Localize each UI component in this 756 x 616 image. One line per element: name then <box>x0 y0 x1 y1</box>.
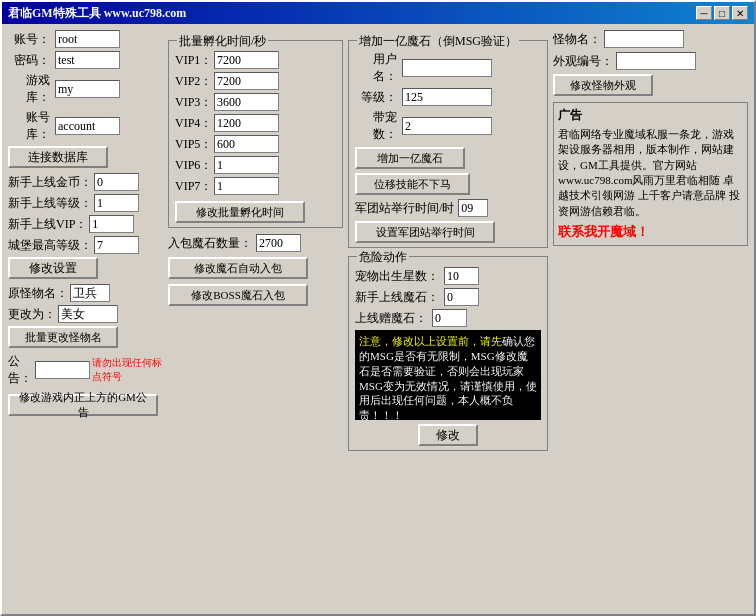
newbie-stone-input[interactable] <box>444 288 479 306</box>
newbie-vip-label: 新手上线VIP： <box>8 216 87 233</box>
add-stone-button[interactable]: 增加一亿魔石 <box>355 147 465 169</box>
window-controls: ─ □ ✕ <box>696 6 748 20</box>
modify-announce-button[interactable]: 修改游戏内正上方的GM公告 <box>8 394 158 416</box>
announce-input[interactable] <box>35 361 90 379</box>
username-input[interactable] <box>402 59 492 77</box>
modify-boss-button[interactable]: 修改BOSS魔石入包 <box>168 284 308 306</box>
pet-star-input[interactable] <box>444 267 479 285</box>
change-to-label: 更改为： <box>8 306 56 323</box>
level-label: 等级： <box>355 89 397 106</box>
announce-label: 公告： <box>8 353 33 387</box>
carry-label: 带宠数： <box>355 109 397 143</box>
maximize-button[interactable]: □ <box>714 6 730 20</box>
modify-danger-button[interactable]: 修改 <box>418 424 478 446</box>
newbie-stone-label: 新手上线魔石： <box>355 289 439 306</box>
far-right-panel: 怪物名： 外观编号： 修改怪物外观 广告 君临网络专业魔域私服一条龙，游戏架设服… <box>553 30 748 608</box>
vip6-input[interactable] <box>214 156 279 174</box>
vip7-label: VIP7： <box>175 178 210 195</box>
monster-original-input[interactable] <box>70 284 110 302</box>
gamedb-label: 游戏库： <box>8 72 50 106</box>
ad-title: 广告 <box>558 107 743 124</box>
username-label: 用户名： <box>355 51 397 85</box>
main-window: 君临GM特殊工具 www.uc798.com ─ □ ✕ 账号： 密码： 游戏库… <box>0 0 756 616</box>
army-time-label: 军团站举行时间/时 <box>355 200 454 217</box>
vip6-label: VIP6： <box>175 157 210 174</box>
minimize-button[interactable]: ─ <box>696 6 712 20</box>
modify-settings-button[interactable]: 修改设置 <box>8 257 98 279</box>
vip2-input[interactable] <box>214 72 279 90</box>
appearance-input[interactable] <box>616 52 696 70</box>
vip4-label: VIP4： <box>175 115 210 132</box>
vip4-input[interactable] <box>214 114 279 132</box>
newbie-level-label: 新手上线等级： <box>8 195 92 212</box>
warning-text: 注意，修改以上设置前，请先确认您的MSG是否有无限制，MSG修改魔石是否需要验证… <box>359 335 537 420</box>
backpack-input[interactable] <box>256 234 301 252</box>
ad-link[interactable]: 联系我开魔域！ <box>558 223 743 241</box>
ad-text: 君临网络专业魔域私服一条龙，游戏架设服务器相用，版本制作，网站建设，GM工具提供… <box>558 127 743 219</box>
move-skill-button[interactable]: 位移技能不下马 <box>355 173 470 195</box>
monster-name-input[interactable] <box>604 30 684 48</box>
modify-appearance-button[interactable]: 修改怪物外观 <box>553 74 653 96</box>
online-gift-label: 上线赠魔石： <box>355 310 427 327</box>
left-panel: 账号： 密码： 游戏库： 账号库： 连接数据库 新手上线金币： <box>8 30 163 608</box>
warning-box: 注意，修改以上设置前，请先确认您的MSG是否有无限制，MSG修改魔石是否需要验证… <box>355 330 541 420</box>
newbie-gold-input[interactable] <box>94 173 139 191</box>
vip3-label: VIP3： <box>175 94 210 111</box>
danger-title: 危险动作 <box>357 249 409 266</box>
right-center-panel: 增加一亿魔石（倒MSG验证） 用户名： 等级： 带宠数： 增加一亿魔石 <box>348 30 548 608</box>
close-button[interactable]: ✕ <box>732 6 748 20</box>
modify-auto-button[interactable]: 修改魔石自动入包 <box>168 257 308 279</box>
change-to-input[interactable] <box>58 305 118 323</box>
pet-star-label: 宠物出生星数： <box>355 268 439 285</box>
batch-hatch-title: 批量孵化时间/秒 <box>177 33 268 50</box>
vip5-label: VIP5： <box>175 136 210 153</box>
password-label: 密码： <box>8 52 50 69</box>
gamedb-input[interactable] <box>55 80 120 98</box>
newbie-gold-label: 新手上线金币： <box>8 174 92 191</box>
set-army-button[interactable]: 设置军团站举行时间 <box>355 221 495 243</box>
account-label: 账号： <box>8 31 50 48</box>
monster-name-label: 怪物名： <box>553 31 601 48</box>
backpack-label: 入包魔石数量： <box>168 235 252 252</box>
accountdb-label: 账号库： <box>8 109 50 143</box>
vip1-input[interactable] <box>214 51 279 69</box>
connect-db-button[interactable]: 连接数据库 <box>8 146 108 168</box>
newbie-vip-input[interactable] <box>89 215 134 233</box>
castle-max-label: 城堡最高等级： <box>8 237 92 254</box>
password-input[interactable] <box>55 51 120 69</box>
appearance-label: 外观编号： <box>553 53 613 70</box>
vip1-label: VIP1： <box>175 52 210 69</box>
vip5-input[interactable] <box>214 135 279 153</box>
carry-input[interactable] <box>402 117 492 135</box>
accountdb-input[interactable] <box>55 117 120 135</box>
ad-box: 广告 君临网络专业魔域私服一条龙，游戏架设服务器相用，版本制作，网站建设，GM工… <box>553 102 748 246</box>
vip7-input[interactable] <box>214 177 279 195</box>
level-input[interactable] <box>402 88 492 106</box>
batch-change-button[interactable]: 批量更改怪物名 <box>8 326 118 348</box>
announce-hint: 请勿出现任何标点符号 <box>92 356 163 384</box>
titlebar: 君临GM特殊工具 www.uc798.com ─ □ ✕ <box>2 2 754 24</box>
vip2-label: VIP2： <box>175 73 210 90</box>
monster-original-label: 原怪物名： <box>8 285 68 302</box>
newbie-level-input[interactable] <box>94 194 139 212</box>
window-title: 君临GM特殊工具 www.uc798.com <box>8 5 186 22</box>
modify-hatch-button[interactable]: 修改批量孵化时间 <box>175 201 305 223</box>
account-input[interactable] <box>55 30 120 48</box>
online-gift-input[interactable] <box>432 309 467 327</box>
center-panel: 批量孵化时间/秒 VIP1： VIP2： VIP3： VIP4： <box>168 30 343 608</box>
add-stone-title: 增加一亿魔石（倒MSG验证） <box>357 33 519 50</box>
army-time-input[interactable] <box>458 199 488 217</box>
castle-max-input[interactable] <box>94 236 139 254</box>
vip3-input[interactable] <box>214 93 279 111</box>
